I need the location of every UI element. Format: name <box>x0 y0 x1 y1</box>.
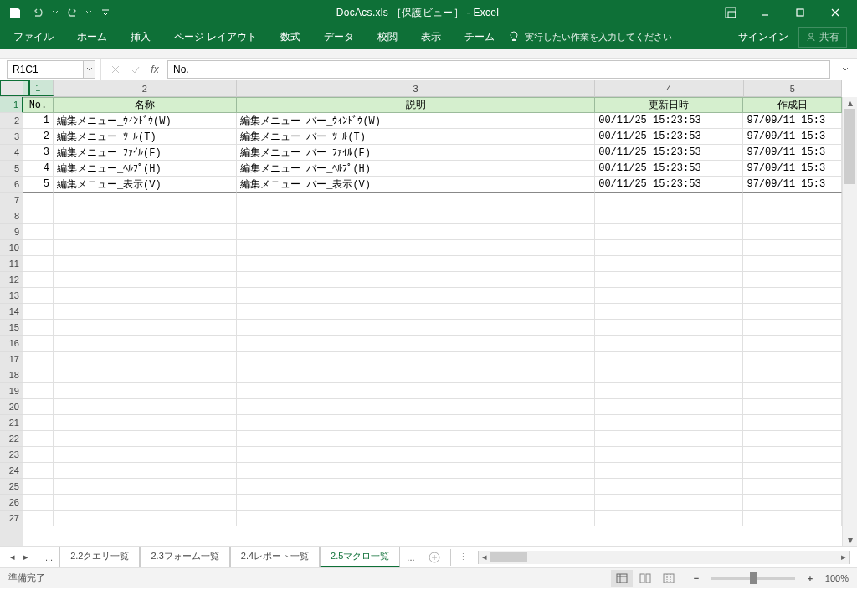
data-cell[interactable] <box>743 399 842 415</box>
row-header[interactable]: 17 <box>0 352 23 367</box>
data-cell[interactable]: 編集メニュー バー_ﾍﾙﾌﾟ(H) <box>237 161 595 177</box>
hidden-tabs-right[interactable]: ... <box>400 549 421 566</box>
cancel-formula-button[interactable] <box>105 59 126 80</box>
data-cell[interactable] <box>743 511 842 526</box>
data-cell[interactable] <box>23 431 54 447</box>
data-cell[interactable] <box>54 463 237 479</box>
zoom-in-button[interactable]: + <box>803 572 817 585</box>
data-cell[interactable] <box>237 495 595 511</box>
row-header[interactable]: 9 <box>0 224 23 240</box>
data-cell[interactable]: 編集メニュー_ﾍﾙﾌﾟ(H) <box>54 161 237 177</box>
data-cell[interactable] <box>743 336 842 352</box>
normal-view-button[interactable] <box>611 570 633 587</box>
data-cell[interactable] <box>743 320 842 336</box>
new-sheet-button[interactable] <box>425 548 444 567</box>
data-cell[interactable] <box>743 431 842 447</box>
data-cell[interactable] <box>595 511 743 526</box>
data-cell[interactable]: 00/11/25 15:23:53 <box>595 161 743 177</box>
data-cell[interactable] <box>237 463 595 479</box>
customize-qat-button[interactable] <box>95 3 115 23</box>
data-cell[interactable]: 編集メニュー_ｳｨﾝﾄﾞｳ(W) <box>54 113 237 129</box>
row-header[interactable]: 20 <box>0 399 23 415</box>
data-cell[interactable] <box>23 352 54 367</box>
data-cell[interactable] <box>595 336 743 352</box>
data-cell[interactable] <box>237 320 595 336</box>
data-cell[interactable] <box>743 415 842 431</box>
ribbon-display-options-button[interactable] <box>720 2 742 23</box>
sheet-tab[interactable]: 2.2クエリ一覧 <box>59 547 140 567</box>
page-layout-view-button[interactable] <box>634 570 656 587</box>
data-cell[interactable] <box>54 288 237 304</box>
undo-dropdown-icon[interactable] <box>52 9 59 16</box>
save-button[interactable] <box>5 3 25 23</box>
row-header[interactable]: 24 <box>0 463 23 479</box>
data-cell[interactable] <box>237 367 595 383</box>
share-button[interactable]: 共有 <box>798 27 847 48</box>
header-cell[interactable]: No. <box>23 97 54 113</box>
data-cell[interactable]: 4 <box>23 161 54 177</box>
column-header[interactable]: 3 <box>237 80 595 96</box>
row-header[interactable]: 7 <box>0 192 23 208</box>
row-header[interactable]: 23 <box>0 447 23 463</box>
insert-function-button[interactable]: fx <box>146 64 164 75</box>
data-cell[interactable] <box>54 415 237 431</box>
data-cell[interactable] <box>237 256 595 272</box>
data-cell[interactable] <box>54 224 237 240</box>
row-header[interactable]: 3 <box>0 129 23 145</box>
data-cell[interactable] <box>54 399 237 415</box>
data-cell[interactable] <box>595 208 743 224</box>
row-header[interactable]: 13 <box>0 288 23 304</box>
data-cell[interactable] <box>595 304 743 320</box>
row-header[interactable]: 4 <box>0 145 23 161</box>
column-header[interactable]: 4 <box>595 80 743 96</box>
data-cell[interactable] <box>54 320 237 336</box>
data-cell[interactable] <box>54 192 237 208</box>
maximize-button[interactable] <box>783 1 817 24</box>
data-cell[interactable]: 97/09/11 15:3 <box>743 113 842 129</box>
data-cell[interactable] <box>54 431 237 447</box>
data-cell[interactable]: 編集メニュー バー_表示(V) <box>237 177 595 192</box>
data-cell[interactable] <box>23 336 54 352</box>
data-cell[interactable] <box>54 367 237 383</box>
data-cell[interactable] <box>595 479 743 495</box>
data-cell[interactable]: 97/09/11 15:3 <box>743 145 842 161</box>
data-cell[interactable] <box>23 224 54 240</box>
vertical-scrollbar[interactable]: ▴ ▾ <box>842 97 857 546</box>
data-cell[interactable] <box>237 288 595 304</box>
hidden-tabs-left[interactable]: ... <box>38 549 59 566</box>
data-cell[interactable]: 5 <box>23 177 54 192</box>
tell-me-search[interactable]: 実行したい作業を入力してください <box>508 31 672 44</box>
row-header[interactable]: 8 <box>0 208 23 224</box>
name-box[interactable]: R1C1 <box>7 60 84 79</box>
scroll-left-button[interactable]: ◂ <box>479 551 490 564</box>
sign-in-link[interactable]: サインイン <box>738 30 788 44</box>
data-cell[interactable] <box>54 352 237 367</box>
data-cell[interactable] <box>595 367 743 383</box>
cells-area[interactable]: No.名称説明更新日時作成日1編集メニュー_ｳｨﾝﾄﾞｳ(W)編集メニュー バー… <box>23 97 842 546</box>
undo-button[interactable] <box>28 3 49 23</box>
data-cell[interactable] <box>23 495 54 511</box>
column-header[interactable]: 5 <box>744 80 843 96</box>
data-cell[interactable] <box>237 304 595 320</box>
data-cell[interactable]: 00/11/25 15:23:53 <box>595 177 743 192</box>
data-cell[interactable] <box>23 447 54 463</box>
vertical-scroll-thumb[interactable] <box>844 109 855 184</box>
horizontal-scroll-thumb[interactable] <box>490 552 527 562</box>
sheet-tab[interactable]: 2.3フォーム一覧 <box>140 547 229 567</box>
data-cell[interactable]: 編集メニュー バー_ﾂｰﾙ(T) <box>237 129 595 145</box>
data-cell[interactable]: 2 <box>23 129 54 145</box>
data-cell[interactable] <box>595 415 743 431</box>
tab-nav-first[interactable]: ◂ <box>7 549 18 566</box>
worksheet-grid[interactable]: 12345 1234567891011121314151617181920212… <box>0 80 857 546</box>
data-cell[interactable] <box>23 479 54 495</box>
data-cell[interactable] <box>595 192 743 208</box>
tab-review[interactable]: 校閲 <box>367 25 408 49</box>
data-cell[interactable]: 00/11/25 15:23:53 <box>595 145 743 161</box>
data-cell[interactable] <box>743 224 842 240</box>
data-cell[interactable] <box>595 256 743 272</box>
data-cell[interactable] <box>23 288 54 304</box>
data-cell[interactable]: 編集メニュー_ﾂｰﾙ(T) <box>54 129 237 145</box>
column-header[interactable]: 1 <box>23 80 54 96</box>
data-cell[interactable] <box>54 383 237 399</box>
data-cell[interactable] <box>23 383 54 399</box>
